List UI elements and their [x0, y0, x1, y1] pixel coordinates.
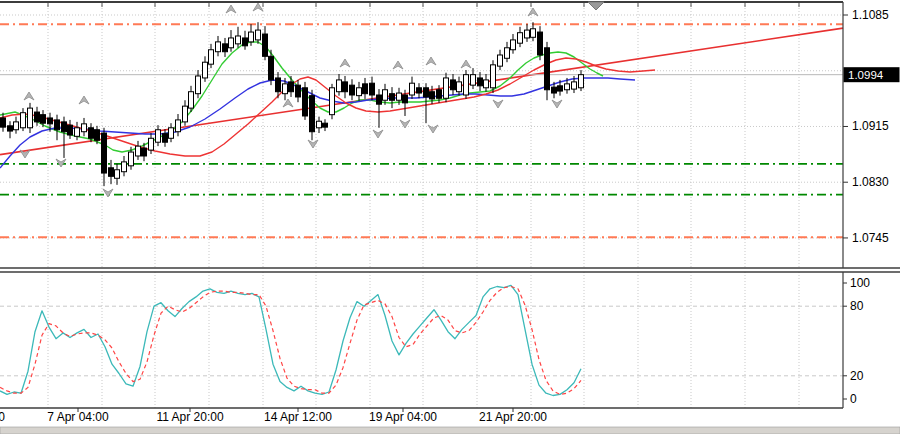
candle-up	[531, 29, 536, 38]
stoch-axis-label: 20	[850, 369, 864, 383]
time-axis-label: 19 Apr 04:00	[369, 410, 437, 424]
candle-down	[545, 48, 550, 90]
candle-down	[558, 86, 563, 91]
window-bottom-edge	[0, 427, 900, 434]
candle-up	[156, 130, 161, 142]
candle-up	[14, 122, 19, 130]
candle-up	[229, 38, 234, 48]
candle-up	[464, 75, 469, 95]
candle-down	[437, 90, 442, 99]
candle-up	[203, 62, 208, 78]
chart-shift-marker-icon[interactable]	[588, 2, 604, 10]
candle-up	[28, 108, 33, 128]
fractal-down-icon	[552, 100, 562, 108]
candle-down	[55, 120, 60, 130]
candle-up	[444, 78, 449, 98]
candle-down	[417, 88, 422, 93]
candle-up	[357, 88, 362, 96]
current-price-badge: 1.0994	[844, 67, 900, 82]
candle-up	[75, 128, 80, 137]
candle-up	[518, 33, 523, 43]
candle-down	[269, 56, 274, 80]
candle-down	[142, 148, 147, 156]
candle-up	[565, 84, 570, 90]
fractal-up-icon	[393, 61, 403, 69]
fractal-up-icon	[426, 57, 436, 65]
candle-down	[95, 130, 100, 140]
candle-down	[310, 96, 315, 132]
candle-up	[82, 124, 87, 132]
candle-up	[21, 113, 26, 128]
candle-down	[451, 80, 456, 90]
stoch-axis-label: 0	[850, 392, 857, 406]
candle-down	[296, 85, 301, 97]
candle-down	[303, 88, 308, 116]
candle-up	[457, 82, 462, 92]
price-chart[interactable]: 1.10851.09151.08301.07451008020007 Apr 0…	[0, 0, 900, 434]
stoch-d-line	[0, 287, 581, 395]
candle-down	[538, 32, 543, 55]
fractal-down-icon	[493, 100, 503, 108]
candle-down	[62, 122, 67, 132]
candle-up	[525, 30, 530, 38]
fractal-up-icon	[79, 96, 89, 104]
candle-down	[343, 82, 348, 92]
fractal-up-icon	[461, 60, 471, 68]
candle-down	[289, 82, 294, 92]
fractal-up-icon	[24, 92, 34, 100]
candle-down	[377, 95, 382, 104]
candle-down	[1, 118, 6, 127]
candle-down	[41, 115, 46, 124]
candle-up	[216, 42, 221, 52]
fractal-down-icon	[373, 130, 383, 138]
candle-up	[136, 146, 141, 156]
candle-up	[196, 76, 201, 94]
candle-up	[397, 93, 402, 100]
candle-up	[337, 80, 342, 92]
candle-down	[163, 134, 168, 143]
candle-up	[330, 88, 335, 115]
candle-down	[243, 38, 248, 46]
candle-up	[189, 92, 194, 108]
fractal-up-icon	[340, 59, 350, 67]
candle-up	[498, 55, 503, 66]
candle-up	[176, 120, 181, 132]
stochastic-panel	[0, 285, 581, 395]
stoch-axis-label: 80	[850, 299, 864, 313]
stoch-k-line	[0, 285, 581, 395]
fractal-up-icon	[226, 5, 236, 13]
candle-up	[129, 152, 134, 166]
candle-down	[263, 34, 268, 56]
gridlines	[0, 2, 843, 408]
level-lines	[0, 24, 843, 237]
candle-up	[169, 128, 174, 138]
chart-frame	[0, 2, 900, 408]
time-axis-label: 7 Apr 04:00	[47, 410, 109, 424]
fractal-down-icon	[56, 159, 66, 167]
candle-down	[102, 133, 107, 173]
price-axis-label: 1.1085	[852, 8, 889, 22]
time-axis-label: 11 Apr 20:00	[156, 410, 223, 424]
candle-down	[48, 118, 53, 124]
candle-up	[256, 30, 261, 40]
candle-down	[89, 128, 94, 138]
candle-down	[8, 126, 13, 131]
candle-down	[424, 88, 429, 97]
candle-down	[390, 94, 395, 101]
candle-down	[552, 87, 557, 93]
candle-down	[323, 123, 328, 127]
candle-up	[383, 90, 388, 100]
candle-up	[579, 75, 584, 88]
candle-up	[183, 106, 188, 122]
candle-down	[363, 84, 368, 94]
candle-down	[109, 168, 114, 177]
candle-up	[149, 138, 154, 150]
candle-down	[370, 83, 375, 95]
time-axis-label: 21 Apr 20:00	[479, 410, 547, 424]
time-axis-label: 0	[0, 410, 5, 424]
price-axis-label: 1.0830	[852, 175, 889, 189]
candle-up	[491, 65, 496, 88]
candle-up	[511, 40, 516, 50]
time-axis-label: 14 Apr 12:00	[264, 410, 332, 424]
candle-up	[471, 75, 476, 85]
